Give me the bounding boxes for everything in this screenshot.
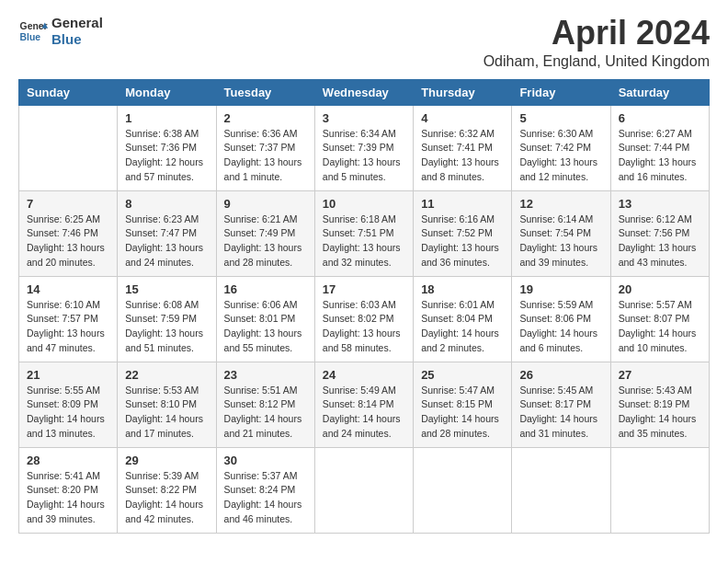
day-info: Sunrise: 6:27 AMSunset: 7:44 PMDaylight:… [619, 127, 701, 185]
header-day: Friday [512, 79, 610, 105]
day-number: 17 [323, 282, 405, 296]
day-info: Sunrise: 6:21 AMSunset: 7:49 PMDaylight:… [224, 213, 307, 270]
day-number: 27 [619, 368, 701, 382]
day-info: Sunrise: 5:37 AMSunset: 8:24 PMDaylight:… [224, 469, 307, 527]
day-info: Sunrise: 6:32 AMSunset: 7:41 PMDaylight:… [421, 127, 504, 185]
day-number: 20 [619, 282, 701, 296]
day-info: Sunrise: 5:59 AMSunset: 8:06 PMDaylight:… [519, 298, 602, 356]
day-info: Sunrise: 6:30 AMSunset: 7:42 PMDaylight:… [519, 127, 602, 185]
calendar-day-cell: 7Sunrise: 6:25 AMSunset: 7:46 PMDaylight… [19, 190, 118, 276]
header-day: Tuesday [216, 79, 314, 105]
day-number: 13 [619, 197, 701, 211]
day-info: Sunrise: 6:14 AMSunset: 7:54 PMDaylight:… [519, 213, 602, 270]
day-number: 15 [125, 282, 208, 296]
calendar-title: April 2024 [483, 15, 710, 52]
calendar-day-cell: 6Sunrise: 6:27 AMSunset: 7:44 PMDaylight… [610, 105, 709, 190]
logo-general: General [51, 15, 103, 31]
calendar-table: SundayMondayTuesdayWednesdayThursdayFrid… [18, 79, 710, 534]
calendar-day-cell: 27Sunrise: 5:43 AMSunset: 8:19 PMDayligh… [610, 362, 709, 447]
day-number: 14 [27, 282, 109, 296]
day-info: Sunrise: 6:23 AMSunset: 7:47 PMDaylight:… [125, 213, 208, 270]
day-number: 1 [125, 111, 208, 125]
day-number: 30 [224, 454, 307, 467]
day-number: 25 [421, 368, 504, 382]
day-info: Sunrise: 6:34 AMSunset: 7:39 PMDaylight:… [323, 127, 405, 185]
day-number: 10 [323, 197, 405, 211]
calendar-day-cell: 10Sunrise: 6:18 AMSunset: 7:51 PMDayligh… [314, 190, 413, 276]
calendar-day-cell: 5Sunrise: 6:30 AMSunset: 7:42 PMDaylight… [512, 105, 610, 190]
day-number: 26 [519, 368, 602, 382]
header-day: Monday [118, 79, 216, 105]
day-number: 3 [323, 111, 405, 125]
logo: General Blue General Blue [18, 15, 103, 48]
day-info: Sunrise: 6:03 AMSunset: 8:02 PMDaylight:… [323, 298, 405, 356]
calendar-day-cell: 19Sunrise: 5:59 AMSunset: 8:06 PMDayligh… [512, 276, 610, 362]
day-info: Sunrise: 6:06 AMSunset: 8:01 PMDaylight:… [224, 298, 307, 356]
calendar-day-cell [19, 105, 118, 190]
calendar-day-cell: 30Sunrise: 5:37 AMSunset: 8:24 PMDayligh… [216, 447, 314, 533]
header-day: Saturday [610, 79, 709, 105]
day-number: 19 [519, 282, 602, 296]
day-info: Sunrise: 5:47 AMSunset: 8:15 PMDaylight:… [421, 384, 504, 442]
calendar-week-row: 1Sunrise: 6:38 AMSunset: 7:36 PMDaylight… [19, 105, 710, 190]
day-number: 9 [224, 197, 307, 211]
calendar-day-cell: 12Sunrise: 6:14 AMSunset: 7:54 PMDayligh… [512, 190, 610, 276]
day-number: 2 [224, 111, 307, 125]
day-info: Sunrise: 5:41 AMSunset: 8:20 PMDaylight:… [27, 469, 109, 527]
day-info: Sunrise: 6:36 AMSunset: 7:37 PMDaylight:… [224, 127, 307, 185]
header-day: Thursday [414, 79, 512, 105]
day-info: Sunrise: 5:39 AMSunset: 8:22 PMDaylight:… [125, 469, 208, 527]
calendar-day-cell: 4Sunrise: 6:32 AMSunset: 7:41 PMDaylight… [414, 105, 512, 190]
calendar-day-cell: 3Sunrise: 6:34 AMSunset: 7:39 PMDaylight… [314, 105, 413, 190]
calendar-day-cell: 25Sunrise: 5:47 AMSunset: 8:15 PMDayligh… [414, 362, 512, 447]
calendar-day-cell: 21Sunrise: 5:55 AMSunset: 8:09 PMDayligh… [19, 362, 118, 447]
calendar-day-cell: 16Sunrise: 6:06 AMSunset: 8:01 PMDayligh… [216, 276, 314, 362]
calendar-header-row: SundayMondayTuesdayWednesdayThursdayFrid… [19, 79, 710, 105]
calendar-week-row: 7Sunrise: 6:25 AMSunset: 7:46 PMDaylight… [19, 190, 710, 276]
calendar-subtitle: Odiham, England, United Kingdom [483, 53, 710, 70]
calendar-week-row: 21Sunrise: 5:55 AMSunset: 8:09 PMDayligh… [19, 362, 710, 447]
day-info: Sunrise: 5:51 AMSunset: 8:12 PMDaylight:… [224, 384, 307, 442]
calendar-day-cell [314, 447, 413, 533]
calendar-day-cell: 9Sunrise: 6:21 AMSunset: 7:49 PMDaylight… [216, 190, 314, 276]
calendar-day-cell: 22Sunrise: 5:53 AMSunset: 8:10 PMDayligh… [118, 362, 216, 447]
day-number: 11 [421, 197, 504, 211]
calendar-day-cell: 24Sunrise: 5:49 AMSunset: 8:14 PMDayligh… [314, 362, 413, 447]
logo-icon: General Blue [18, 17, 48, 46]
calendar-day-cell: 28Sunrise: 5:41 AMSunset: 8:20 PMDayligh… [19, 447, 118, 533]
day-number: 29 [125, 454, 208, 467]
day-number: 23 [224, 368, 307, 382]
logo-blue: Blue [51, 31, 103, 48]
day-number: 16 [224, 282, 307, 296]
day-info: Sunrise: 5:45 AMSunset: 8:17 PMDaylight:… [519, 384, 602, 442]
header-day: Sunday [19, 79, 118, 105]
day-number: 5 [519, 111, 602, 125]
calendar-day-cell: 13Sunrise: 6:12 AMSunset: 7:56 PMDayligh… [610, 190, 709, 276]
day-info: Sunrise: 6:08 AMSunset: 7:59 PMDaylight:… [125, 298, 208, 356]
calendar-week-row: 28Sunrise: 5:41 AMSunset: 8:20 PMDayligh… [19, 447, 710, 533]
day-number: 28 [27, 454, 109, 467]
day-number: 18 [421, 282, 504, 296]
day-number: 4 [421, 111, 504, 125]
day-number: 12 [519, 197, 602, 211]
day-info: Sunrise: 5:53 AMSunset: 8:10 PMDaylight:… [125, 384, 208, 442]
calendar-day-cell [414, 447, 512, 533]
day-info: Sunrise: 6:10 AMSunset: 7:57 PMDaylight:… [27, 298, 109, 356]
day-info: Sunrise: 5:43 AMSunset: 8:19 PMDaylight:… [619, 384, 701, 442]
day-info: Sunrise: 5:57 AMSunset: 8:07 PMDaylight:… [619, 298, 701, 356]
day-number: 6 [619, 111, 701, 125]
day-info: Sunrise: 6:16 AMSunset: 7:52 PMDaylight:… [421, 213, 504, 270]
calendar-day-cell: 2Sunrise: 6:36 AMSunset: 7:37 PMDaylight… [216, 105, 314, 190]
calendar-day-cell: 26Sunrise: 5:45 AMSunset: 8:17 PMDayligh… [512, 362, 610, 447]
day-info: Sunrise: 6:18 AMSunset: 7:51 PMDaylight:… [323, 213, 405, 270]
day-info: Sunrise: 5:55 AMSunset: 8:09 PMDaylight:… [27, 384, 109, 442]
calendar-day-cell: 14Sunrise: 6:10 AMSunset: 7:57 PMDayligh… [19, 276, 118, 362]
calendar-day-cell: 23Sunrise: 5:51 AMSunset: 8:12 PMDayligh… [216, 362, 314, 447]
calendar-day-cell [512, 447, 610, 533]
calendar-day-cell: 11Sunrise: 6:16 AMSunset: 7:52 PMDayligh… [414, 190, 512, 276]
calendar-week-row: 14Sunrise: 6:10 AMSunset: 7:57 PMDayligh… [19, 276, 710, 362]
calendar-day-cell: 8Sunrise: 6:23 AMSunset: 7:47 PMDaylight… [118, 190, 216, 276]
day-info: Sunrise: 5:49 AMSunset: 8:14 PMDaylight:… [323, 384, 405, 442]
calendar-day-cell: 17Sunrise: 6:03 AMSunset: 8:02 PMDayligh… [314, 276, 413, 362]
calendar-body: 1Sunrise: 6:38 AMSunset: 7:36 PMDaylight… [19, 105, 710, 533]
